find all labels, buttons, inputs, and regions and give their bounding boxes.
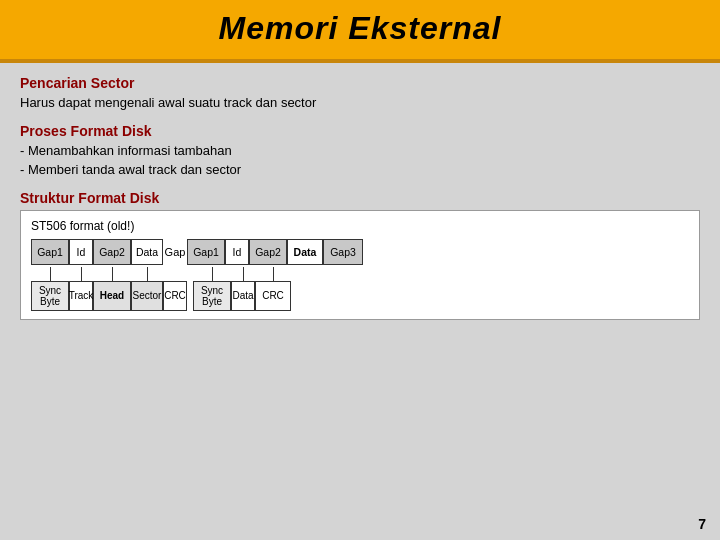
cell-id-left: Id xyxy=(69,239,93,265)
cell-data-left: Data xyxy=(131,239,163,265)
proses-body: - Menambahkan informasi tambahan - Membe… xyxy=(20,141,700,180)
slide-title: Memori Eksternal xyxy=(20,10,700,47)
cell-gap3-right: Gap3 xyxy=(323,239,363,265)
section-struktur: Struktur Format Disk xyxy=(20,190,700,206)
proses-title: Proses Format Disk xyxy=(20,123,700,139)
cell-gap-mid: Gap xyxy=(163,239,187,265)
cell-data-right: Data xyxy=(287,239,323,265)
right-sync-byte: SyncByte xyxy=(193,281,231,311)
right-bottom-group: SyncByte Data CRC xyxy=(193,267,331,311)
cell-gap2-left: Gap2 xyxy=(93,239,131,265)
bottom-track: Track xyxy=(69,281,93,311)
proses-bullet-2: - Memberi tanda awal track dan sector xyxy=(20,160,700,180)
bottom-sync-byte: SyncByte xyxy=(31,281,69,311)
slide: Memori Eksternal Pencarian Sector Harus … xyxy=(0,0,720,540)
diagram-container: ST506 format (old!) Gap1 Id Gap2 Data Ga… xyxy=(20,210,700,320)
proses-bullet-1: - Menambahkan informasi tambahan xyxy=(20,141,700,161)
cell-gap1-left: Gap1 xyxy=(31,239,69,265)
bottom-sector: Sector xyxy=(131,281,163,311)
right-data: Data xyxy=(231,281,255,311)
bottom-crc-left: CRC xyxy=(163,281,187,311)
diagram-label: ST506 format (old!) xyxy=(31,219,689,233)
section-pencarian: Pencarian Sector Harus dapat mengenali a… xyxy=(20,75,700,113)
section-proses: Proses Format Disk - Menambahkan informa… xyxy=(20,123,700,180)
bottom-head: Head xyxy=(93,281,131,311)
pencarian-title: Pencarian Sector xyxy=(20,75,700,91)
cell-gap2-right: Gap2 xyxy=(249,239,287,265)
struktur-title: Struktur Format Disk xyxy=(20,190,700,206)
left-bottom-group: SyncByte Track Head Sector CRC xyxy=(31,267,187,311)
title-bar: Memori Eksternal xyxy=(0,0,720,59)
right-crc: CRC xyxy=(255,281,291,311)
pencarian-body: Harus dapat mengenali awal suatu track d… xyxy=(20,93,700,113)
slide-content: Pencarian Sector Harus dapat mengenali a… xyxy=(0,63,720,540)
cell-id-right: Id xyxy=(225,239,249,265)
cell-gap1-right: Gap1 xyxy=(187,239,225,265)
page-number: 7 xyxy=(698,516,706,532)
